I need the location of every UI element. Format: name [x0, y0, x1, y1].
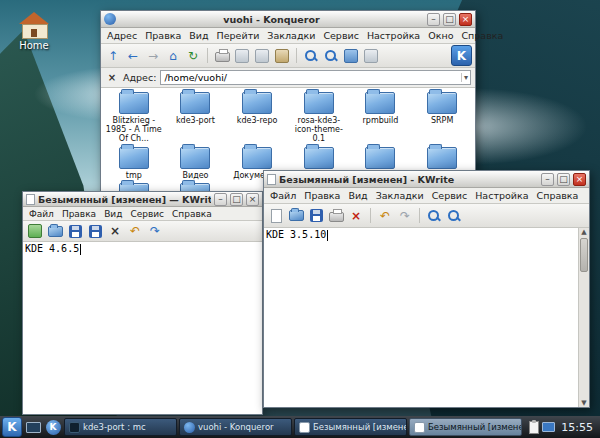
menu-edit[interactable]: Правка — [300, 189, 344, 202]
close-document-icon[interactable]: × — [347, 207, 365, 225]
clipboard-icon[interactable] — [529, 421, 539, 434]
clock[interactable]: 15:55 — [558, 421, 598, 434]
close-button[interactable]: × — [246, 193, 259, 206]
menu-help[interactable]: Справка — [457, 29, 507, 42]
toolbar-separator — [419, 208, 420, 223]
taskbar-task-kwrite2[interactable]: Безымянный [изменен] — [409, 418, 522, 436]
menu-go[interactable]: Перейти — [213, 29, 264, 42]
kwrite-app-icon — [267, 174, 276, 185]
kwrite2-menubar: Файл Правка Вид Закладки Сервис Настройк… — [264, 188, 589, 204]
home-icon[interactable]: ⌂ — [164, 47, 182, 65]
print-icon[interactable] — [327, 207, 345, 225]
zoom-out-icon[interactable] — [302, 47, 320, 65]
cut-icon[interactable] — [233, 47, 251, 65]
redo-icon[interactable]: ↷ — [396, 207, 414, 225]
kwrite1-toolbar: × ↶ ↷ — [23, 221, 262, 242]
undo-icon[interactable]: ↶ — [376, 207, 394, 225]
reload-icon[interactable]: ↻ — [184, 47, 202, 65]
open-file-icon[interactable] — [287, 207, 305, 225]
address-input[interactable] — [161, 72, 461, 83]
minimize-button[interactable]: – — [214, 193, 227, 206]
menu-view[interactable]: Вид — [100, 208, 126, 220]
kmenu-button[interactable]: K — [2, 417, 22, 437]
folder-item[interactable]: Видео — [166, 147, 224, 180]
taskbar-task-konqueror[interactable]: vuohi - Konqueror — [179, 418, 292, 436]
kwrite1-text-area[interactable]: KDE 4.6.5 — [23, 242, 262, 414]
save-icon[interactable] — [66, 222, 84, 240]
menu-view[interactable]: Вид — [185, 29, 212, 42]
menu-file[interactable]: Файл — [266, 189, 300, 202]
new-document-icon[interactable] — [267, 207, 285, 225]
redo-icon[interactable]: ↷ — [146, 222, 164, 240]
menu-view[interactable]: Вид — [344, 189, 371, 202]
folder-item[interactable]: SRPM — [413, 92, 471, 144]
zoom-in-icon[interactable] — [322, 47, 340, 65]
copy-icon[interactable] — [253, 47, 271, 65]
konqueror-titlebar[interactable]: vuohi - Konqueror – □ × — [101, 11, 475, 28]
scroll-up-icon[interactable]: ▲ — [579, 228, 589, 236]
minimize-button[interactable]: – — [427, 13, 440, 26]
close-document-icon[interactable]: × — [106, 222, 124, 240]
folder-item[interactable]: Blitzkrieg - 1985 - A Time Of Ch... — [105, 92, 163, 144]
menu-edit[interactable]: Правка — [141, 29, 185, 42]
close-button[interactable]: × — [459, 13, 472, 26]
toolbar-separator — [370, 208, 371, 223]
kwrite2-text-area[interactable]: KDE 3.5.10 — [264, 228, 578, 407]
folder-icon — [119, 147, 149, 169]
folder-item[interactable]: rpmbuild — [351, 92, 409, 144]
menu-settings[interactable]: Настройка — [363, 29, 424, 42]
back-icon[interactable]: ← — [124, 47, 142, 65]
minimize-button[interactable]: – — [541, 173, 554, 186]
scroll-down-icon[interactable]: ▼ — [579, 399, 589, 407]
forward-icon[interactable]: → — [144, 47, 162, 65]
desktop-icon-home[interactable]: Home — [8, 12, 60, 51]
paste-icon[interactable] — [273, 47, 291, 65]
folder-item[interactable]: kde3-repo — [228, 92, 286, 144]
taskbar-task-mc[interactable]: kde3-port : mc — [64, 418, 177, 436]
show-desktop-button[interactable] — [24, 418, 42, 436]
folder-item[interactable]: rosa-kde3-icon-theme-0.1 — [290, 92, 348, 144]
clear-location-icon[interactable]: × — [105, 71, 119, 85]
folder-item[interactable]: tmp — [105, 147, 163, 180]
kwrite1-titlebar[interactable]: Безымянный [изменен] — KWrite – □ × — [23, 192, 262, 207]
save-icon[interactable] — [307, 207, 325, 225]
menu-tools[interactable]: Сервис — [126, 208, 168, 220]
menu-bookmarks[interactable]: Закладки — [372, 189, 428, 202]
address-dropdown-icon[interactable]: ▾ — [461, 73, 470, 82]
print-icon[interactable] — [213, 47, 231, 65]
folder-icon — [427, 147, 457, 169]
menu-tools[interactable]: Сервис — [319, 29, 363, 42]
menu-tools[interactable]: Сервис — [428, 189, 472, 202]
list-view-icon[interactable] — [362, 47, 380, 65]
up-icon[interactable]: ↑ — [104, 47, 122, 65]
menu-window[interactable]: Окно — [424, 29, 457, 42]
save-as-icon[interactable] — [86, 222, 104, 240]
vertical-scrollbar[interactable]: ▲ ▼ — [578, 228, 589, 407]
display-icon[interactable] — [542, 422, 555, 432]
menu-location[interactable]: Адрес — [103, 29, 141, 42]
menu-bookmarks[interactable]: Закладки — [263, 29, 319, 42]
menu-file[interactable]: Файл — [25, 208, 58, 220]
open-file-icon[interactable] — [46, 222, 64, 240]
taskbar-task-kwrite1[interactable]: Безымянный [изменен] — [294, 418, 407, 436]
kwrite2-titlebar[interactable]: Безымянный [изменен] - KWrite – □ × — [264, 171, 589, 188]
menu-help[interactable]: Справка — [168, 208, 216, 220]
scrollbar-thumb[interactable] — [580, 238, 588, 272]
kwrite1-menubar: Файл Правка Вид Сервис Справка — [23, 207, 262, 221]
find-icon[interactable] — [425, 207, 443, 225]
find-next-icon[interactable] — [445, 207, 463, 225]
maximize-button[interactable]: □ — [443, 13, 456, 26]
menu-help[interactable]: Справка — [533, 189, 583, 202]
maximize-button[interactable]: □ — [557, 173, 570, 186]
folder-icon — [304, 147, 334, 169]
folder-label: SRPM — [413, 116, 471, 125]
menu-edit[interactable]: Правка — [58, 208, 100, 220]
undo-icon[interactable]: ↶ — [126, 222, 144, 240]
close-button[interactable]: × — [573, 173, 586, 186]
new-document-icon[interactable] — [26, 222, 44, 240]
maximize-button[interactable]: □ — [230, 193, 243, 206]
konqueror-launcher[interactable]: K — [44, 418, 62, 436]
folder-item[interactable]: kde3-port — [166, 92, 224, 144]
menu-settings[interactable]: Настройка — [471, 189, 532, 202]
icon-view-icon[interactable] — [342, 47, 360, 65]
